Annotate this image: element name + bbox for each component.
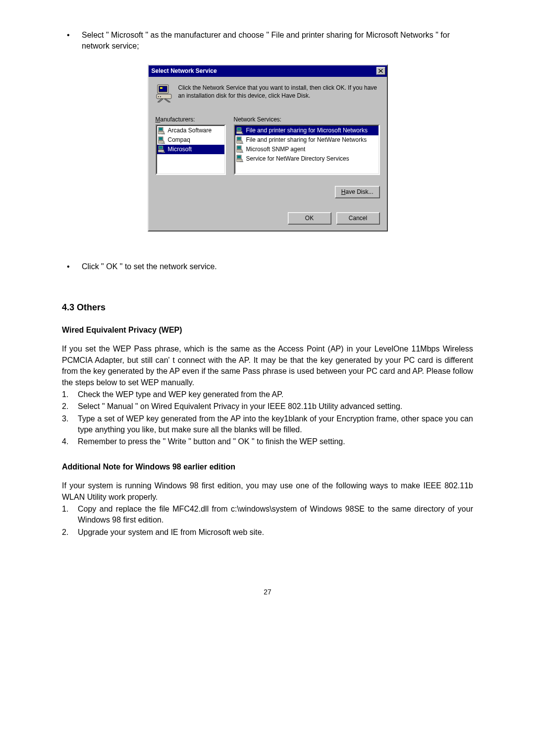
list-item[interactable]: Arcada Software [157,126,224,135]
ok-button[interactable]: OK [288,212,331,225]
network-service-icon [158,145,167,153]
list-item-label: Microsoft [168,145,192,154]
win98-heading: Additional Note for Windows 98 earlier e… [62,462,473,472]
bullet-marker [62,261,82,272]
list-item[interactable]: Microsoft [157,145,224,154]
wep-step: Remember to press the " Write " button a… [78,436,473,447]
have-disk-button[interactable]: Have Disk... [335,186,380,198]
dialog-title: Select Network Service [152,67,376,75]
dialog-titlebar: Select Network Service [149,65,387,77]
list-item-label: File and printer sharing for NetWare Net… [246,136,367,144]
list-number: 1. [62,504,78,526]
list-item-label: Compaq [168,136,190,144]
win98-paragraph: If your system is running Windows 98 fir… [62,480,473,503]
page-number: 27 [62,587,473,597]
close-icon[interactable] [376,67,385,75]
svg-rect-2 [160,87,162,89]
list-item-label: Service for NetWare Directory Services [246,155,349,163]
dialog-instruction: Click the Network Service that you want … [178,84,380,100]
svg-rect-25 [237,156,241,158]
select-network-service-dialog: Select Network Service [148,64,388,232]
service-icon [156,84,174,103]
wep-step: Type a set of WEP key generated from the… [78,413,473,436]
network-service-icon [236,155,245,163]
manufacturers-label: Manufacturers: [156,116,226,124]
svg-rect-22 [237,146,241,149]
list-number: 2. [62,527,78,538]
list-item[interactable]: File and printer sharing for Microsoft N… [235,126,378,135]
list-item-label: Arcada Software [168,126,212,135]
wep-steps-list: 1.Check the WEP type and WEP key generat… [62,389,473,448]
svg-rect-4 [158,96,159,97]
list-item[interactable]: Compaq [157,135,224,145]
svg-rect-16 [237,128,241,130]
list-number: 2. [62,401,78,412]
click-ok-bullet: Click " OK " to set the network service. [82,261,473,272]
wep-paragraph: If you set the WEP Pass phrase, which is… [62,344,473,388]
win98-steps-list: 1.Copy and replace the file MFC42.dll fr… [62,504,473,538]
list-item[interactable]: File and printer sharing for NetWare Net… [235,135,378,145]
win98-step: Upgrade your system and IE from Microsof… [78,527,473,538]
intro-bullet-text: Select " Microsoft " as the manufacturer… [82,30,473,52]
wep-step: Select " Manual " on Wired Equivalent Pr… [78,401,473,412]
svg-rect-7 [159,128,162,130]
svg-rect-5 [160,96,161,97]
network-service-icon [236,145,245,153]
svg-rect-13 [159,146,162,149]
cancel-button[interactable]: Cancel [336,212,380,225]
svg-rect-10 [159,137,162,140]
services-listbox[interactable]: File and printer sharing for Microsoft N… [234,124,380,175]
list-number: 4. [62,436,78,447]
svg-rect-1 [159,86,167,92]
bullet-marker [62,30,82,52]
list-item[interactable]: Microsoft SNMP agent [235,145,378,154]
network-service-icon [236,136,245,144]
list-item-label: Microsoft SNMP agent [246,145,306,154]
list-item[interactable]: Service for NetWare Directory Services [235,154,378,164]
list-number: 3. [62,413,78,436]
list-item-label: File and printer sharing for Microsoft N… [246,126,368,135]
wep-heading: Wired Equivalent Privacy (WEP) [62,325,473,336]
others-heading: 4.3 Others [62,301,473,314]
svg-rect-19 [237,137,241,140]
manufacturers-listbox[interactable]: Arcada Software Compaq Mic [156,124,226,175]
network-service-icon [158,127,167,135]
win98-step: Copy and replace the file MFC42.dll from… [78,504,473,526]
list-number: 1. [62,389,78,400]
services-label: Network Services: [234,116,380,124]
network-service-icon [158,136,167,144]
wep-step: Check the WEP type and WEP key generated… [78,389,473,400]
network-service-icon [236,127,245,135]
